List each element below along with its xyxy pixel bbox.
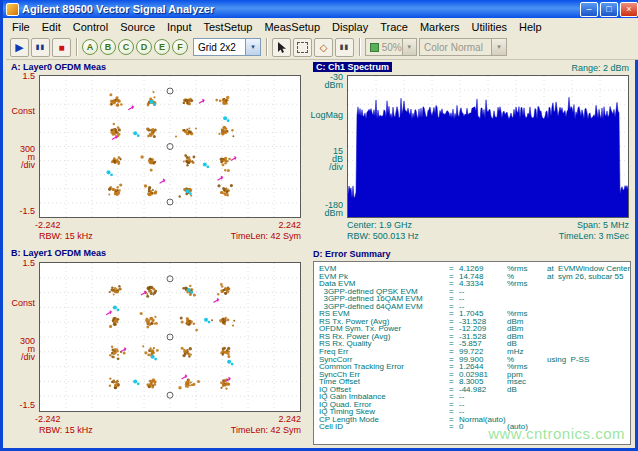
close-button[interactable]: × — [620, 2, 638, 17]
a-timelen-label: TimeLen: 42 Sym — [199, 231, 301, 241]
grid-layout-value: Grid 2x2 — [198, 42, 236, 53]
diamond-marker-icon: ◇ — [320, 42, 328, 53]
zoom-level-combo[interactable]: 50% ▾ — [365, 38, 417, 56]
menu-source[interactable]: Source — [114, 20, 161, 34]
marker-tool-button[interactable]: ◇ — [314, 38, 333, 57]
a-y-max-label: 1.5 — [7, 71, 35, 81]
play-icon: ▶ — [15, 41, 23, 54]
menu-meassetup[interactable]: MeasSetup — [258, 20, 326, 34]
a-x-max-label: 2.242 — [241, 220, 301, 230]
b-x-max-label: 2.242 — [241, 414, 301, 424]
menu-help[interactable]: Help — [513, 20, 548, 34]
maximize-button[interactable]: □ — [600, 2, 618, 17]
quadrant-d-title[interactable]: D: Error Summary — [313, 249, 391, 259]
a-rbw-label: RBW: 15 kHz — [39, 231, 93, 241]
menu-edit[interactable]: Edit — [36, 20, 67, 34]
menu-trace[interactable]: Trace — [374, 20, 414, 34]
chevron-down-icon[interactable]: ▾ — [245, 39, 260, 55]
trace-a-button[interactable]: A — [82, 39, 98, 55]
menu-testsetup[interactable]: TestSetup — [198, 20, 259, 34]
a-y-axis-label: Const — [7, 106, 35, 116]
c-magnitude-label: LogMag — [309, 110, 343, 120]
c-y-max-unit-label: dBm — [309, 80, 343, 90]
band-marker-tool-button[interactable]: ▮▮ — [335, 38, 354, 57]
trace-f-button[interactable]: F — [172, 39, 188, 55]
zoom-box-icon — [297, 42, 308, 53]
constellation-plot-a-frame[interactable] — [39, 75, 301, 218]
trace-e-button[interactable]: E — [154, 39, 170, 55]
b-y-max-label: 1.5 — [7, 258, 35, 268]
spectrum-plot[interactable] — [348, 76, 628, 217]
pointer-tool-button[interactable] — [272, 38, 291, 57]
app-icon — [6, 3, 19, 16]
color-scheme-value: Color Normal — [424, 42, 483, 53]
quadrant-b-title[interactable]: B: Layer1 OFDM Meas — [11, 248, 106, 258]
quadrant-c-title[interactable]: C: Ch1 Spectrum — [313, 62, 392, 72]
pause-icon: ▮▮ — [36, 43, 46, 51]
color-scheme-combo[interactable]: Color Normal ▾ — [419, 38, 507, 56]
c-scale-div-label: /div — [309, 162, 343, 172]
constellation-plot-b[interactable] — [40, 263, 300, 411]
c-y-min-unit-label: dBm — [309, 208, 343, 218]
error-summary-rows: EVM=4.1269%rmsat EVMWindow CenterEVM Pk=… — [319, 265, 630, 431]
watermark-text: www.cntronics.com — [488, 425, 625, 442]
grid-layout-combo[interactable]: Grid 2x2 ▾ — [193, 38, 261, 56]
b-y-axis-label: Const — [7, 298, 35, 308]
toolbar-separator — [76, 38, 77, 56]
pause-button[interactable]: ▮▮ — [31, 38, 50, 57]
cursor-arrow-icon — [276, 41, 287, 54]
menu-bar: File Edit Control Source Input TestSetup… — [6, 18, 638, 36]
error-summary-box[interactable]: EVM=4.1269%rmsat EVMWindow CenterEVM Pk=… — [313, 261, 631, 445]
a-y-min-label: -1.5 — [7, 206, 35, 216]
spectrum-plot-frame[interactable] — [347, 75, 629, 218]
menu-display[interactable]: Display — [326, 20, 374, 34]
app-window: Agilent 89600 Vector Signal Analyzer – □… — [0, 0, 638, 451]
menu-control[interactable]: Control — [67, 20, 114, 34]
chevron-down-icon[interactable]: ▾ — [491, 39, 506, 55]
chevron-down-icon[interactable]: ▾ — [402, 39, 416, 55]
record-stop-icon: ■ — [58, 42, 64, 53]
toolbar-separator — [359, 38, 360, 56]
menu-file[interactable]: File — [6, 20, 36, 34]
menu-utilities[interactable]: Utilities — [466, 20, 513, 34]
c-center-freq-label: Center: 1.9 GHz — [347, 220, 412, 230]
constellation-plot-a[interactable] — [40, 76, 300, 217]
band-markers-icon: ▮▮ — [340, 43, 350, 51]
toolbar: ▶ ▮▮ ■ A B C D E F Grid 2x2 ▾ ◇ ▮▮ 50% ▾ — [6, 35, 638, 60]
trace-d-button[interactable]: D — [136, 39, 152, 55]
b-timelen-label: TimeLen: 42 Sym — [199, 425, 301, 435]
zoom-level-value: 50% — [382, 42, 402, 53]
b-rbw-label: RBW: 15 kHz — [39, 425, 93, 435]
b-scale-div-label: /div — [7, 352, 35, 362]
stop-button[interactable]: ■ — [52, 38, 71, 57]
error-summary-row: CP Length Mode=Normal(auto) — [319, 416, 630, 424]
b-x-min-label: -2.242 — [35, 414, 61, 424]
c-span-label: Span: 5 MHz — [527, 220, 629, 230]
c-rbw-label: RBW: 500.013 Hz — [347, 231, 419, 241]
zoom-box-tool-button[interactable] — [293, 38, 312, 57]
play-button[interactable]: ▶ — [10, 38, 29, 57]
menu-input[interactable]: Input — [161, 20, 197, 34]
trace-c-button[interactable]: C — [118, 39, 134, 55]
c-range-label: Range: 2 dBm — [519, 63, 629, 73]
minimize-button[interactable]: – — [580, 2, 598, 17]
zoom-swatch-icon — [370, 43, 379, 52]
b-y-min-label: -1.5 — [7, 400, 35, 410]
constellation-plot-b-frame[interactable] — [39, 262, 301, 412]
toolbar-separator — [266, 38, 267, 56]
a-scale-div-label: /div — [7, 160, 35, 170]
window-title: Agilent 89600 Vector Signal Analyzer — [22, 3, 578, 15]
trace-b-button[interactable]: B — [100, 39, 116, 55]
a-x-min-label: -2.242 — [35, 220, 61, 230]
c-timelen-label: TimeLen: 3 mSec — [527, 231, 629, 241]
menu-markers[interactable]: Markers — [414, 20, 466, 34]
title-bar: Agilent 89600 Vector Signal Analyzer – □… — [3, 0, 638, 18]
